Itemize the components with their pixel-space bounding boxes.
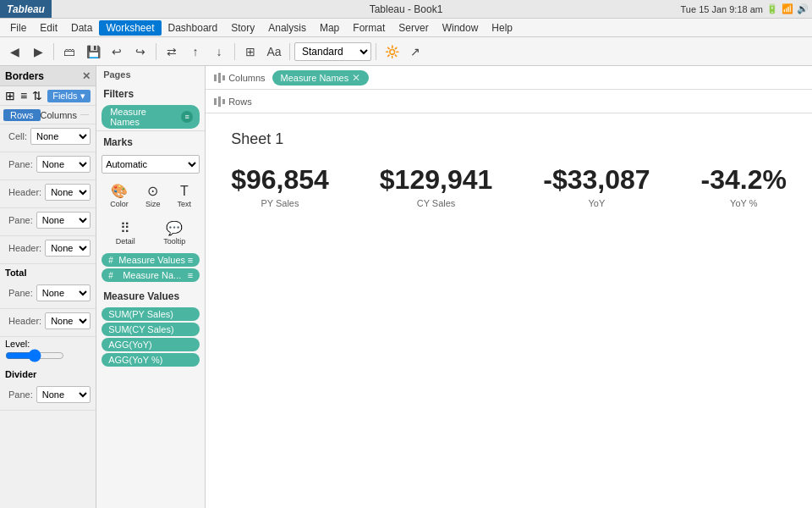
- sep3: [234, 43, 235, 60]
- battery-icon: 🔋: [766, 3, 778, 14]
- swap-btn[interactable]: ⇄: [161, 41, 183, 63]
- header-row-2: Header: None: [5, 240, 91, 257]
- cy-sales-value: $129,941: [380, 165, 492, 195]
- columns-label: Columns: [211, 73, 268, 83]
- pages-title: Pages: [103, 69, 130, 80]
- column-chip-close[interactable]: ✕: [352, 72, 360, 84]
- total-header-label: Header:: [5, 316, 41, 326]
- color-icon: 🎨: [111, 183, 128, 199]
- sort-desc-btn[interactable]: ↓: [208, 41, 230, 63]
- menu-format[interactable]: Format: [346, 20, 392, 36]
- columns-shelf: Columns Measure Names ✕: [206, 66, 812, 90]
- measure-names-field-icon: #: [108, 271, 113, 280]
- header-select-2[interactable]: None: [45, 240, 91, 257]
- marks-icons-row2: ⠿ Detail 💬 Tooltip: [96, 214, 205, 251]
- fit-btn[interactable]: ⊞: [239, 41, 261, 63]
- detail-label: Detail: [116, 237, 135, 246]
- cols-tab[interactable]: Columns: [41, 110, 77, 120]
- header-label-2: Header:: [5, 243, 41, 253]
- wifi-icon: 📶: [782, 3, 793, 14]
- borders-panel-header: Borders ✕: [0, 66, 96, 86]
- measure-values-title: Measure Values: [96, 285, 205, 306]
- mv-chip-py-sales[interactable]: SUM(PY Sales): [102, 307, 200, 321]
- system-tray: Tue 15 Jan 9:18 am 🔋 📶 🔊: [681, 3, 812, 14]
- menu-data[interactable]: Data: [64, 20, 99, 36]
- total-pane-select[interactable]: None: [36, 284, 91, 301]
- menu-server[interactable]: Server: [392, 20, 435, 36]
- cy-sales-label: CY Sales: [380, 198, 492, 208]
- share-btn[interactable]: ↗: [404, 41, 426, 63]
- marks-type-select[interactable]: Automatic Bar Line Area Circle Square Sh…: [102, 155, 200, 174]
- new-datasource-btn[interactable]: 🗃: [58, 41, 80, 63]
- mv-chip-cy-sales[interactable]: SUM(CY Sales): [102, 323, 200, 336]
- total-header-row: Header: None: [5, 312, 91, 329]
- view-select[interactable]: Standard Fit Width Fit Height Entire Vie…: [294, 42, 371, 61]
- measure-names-chip-icon: ≡: [188, 270, 193, 280]
- menu-file[interactable]: File: [3, 20, 33, 36]
- total-pane-row: Pane: None: [5, 284, 91, 301]
- total-label: Total: [0, 264, 96, 281]
- menu-worksheet[interactable]: Worksheet: [99, 20, 161, 36]
- menu-analysis[interactable]: Analysis: [261, 20, 313, 36]
- view-icon: ⊞: [5, 89, 15, 102]
- divider-pane-select[interactable]: None: [36, 386, 91, 403]
- menu-map[interactable]: Map: [313, 20, 346, 36]
- menu-story[interactable]: Story: [224, 20, 261, 36]
- size-icon: ⊙: [147, 183, 158, 199]
- highlight-btn[interactable]: 🔆: [381, 41, 403, 63]
- rows-bar-1: [214, 98, 217, 105]
- redo-btn[interactable]: ↪: [129, 41, 151, 63]
- main-layout: Borders ✕ ⊞ ≡ ⇅ Fields ▾ Rows Columns Ce…: [0, 66, 812, 508]
- sort-asc-btn[interactable]: ↑: [184, 41, 206, 63]
- mv-chip-yoy[interactable]: AGG(YoY): [102, 338, 200, 351]
- text-btn[interactable]: T Text: [173, 181, 196, 211]
- tooltip-btn[interactable]: 💬 Tooltip: [159, 218, 189, 248]
- marks-field-measure-names[interactable]: # Measure Na... ≡: [102, 268, 200, 282]
- sort-icon: ⇅: [32, 89, 42, 102]
- pane-select-1[interactable]: None: [36, 156, 91, 173]
- size-btn[interactable]: ⊙ Size: [141, 180, 165, 211]
- rows-tab[interactable]: Rows: [3, 109, 41, 121]
- save-btn[interactable]: 💾: [82, 41, 104, 63]
- marks-title: Marks: [96, 131, 205, 152]
- marks-field-measure-values[interactable]: # Measure Values ≡: [102, 253, 200, 267]
- detail-btn[interactable]: ⠿ Detail: [112, 218, 140, 248]
- menu-window[interactable]: Window: [436, 20, 486, 36]
- list-icon: ≡: [20, 89, 27, 102]
- menu-edit[interactable]: Edit: [33, 20, 64, 36]
- borders-close-btn[interactable]: ✕: [82, 70, 91, 82]
- mv-cy-sales-label: SUM(CY Sales): [108, 324, 173, 334]
- tooltip-label: Tooltip: [163, 237, 185, 246]
- forward-btn[interactable]: ▶: [27, 41, 49, 63]
- color-btn[interactable]: 🎨 Color: [106, 180, 133, 211]
- fields-btn[interactable]: Fields ▾: [47, 90, 90, 102]
- pane-select-2[interactable]: None: [36, 212, 91, 229]
- sep1: [53, 43, 54, 60]
- filter-chip-icon: ≡: [181, 111, 193, 123]
- total-header-select[interactable]: None: [45, 312, 91, 329]
- mv-chip-yoy-pct[interactable]: AGG(YoY %): [102, 353, 200, 367]
- mv-yoy-label: AGG(YoY): [108, 340, 152, 350]
- menu-dashboard[interactable]: Dashboard: [162, 20, 225, 36]
- menu-help[interactable]: Help: [485, 20, 519, 36]
- label-btn[interactable]: Aa: [263, 41, 285, 63]
- level-slider[interactable]: [5, 349, 64, 362]
- header-select-1[interactable]: None: [45, 184, 91, 201]
- marks-section: Marks Automatic Bar Line Area Circle Squ…: [96, 130, 205, 284]
- column-chip-measure-names[interactable]: Measure Names ✕: [272, 70, 370, 86]
- pane-section-1: Pane: None: [0, 152, 96, 180]
- total-header-section: Header: None: [0, 309, 96, 337]
- tab-divider: [80, 114, 89, 115]
- back-btn[interactable]: ◀: [3, 41, 25, 63]
- shelf-bar-3: [222, 75, 225, 80]
- detail-icon: ⠿: [120, 220, 130, 236]
- filters-section: Filters Measure Names ≡: [96, 83, 205, 130]
- level-row: Level:: [0, 337, 96, 366]
- undo-btn[interactable]: ↩: [106, 41, 128, 63]
- filter-chip-label: Measure Names: [110, 107, 178, 127]
- metrics-row: $96,854 PY Sales $129,941 CY Sales -$33,…: [231, 165, 787, 208]
- size-label: Size: [145, 200, 161, 208]
- pane-section-2: Pane: None: [0, 208, 96, 236]
- filter-chip-measure-names[interactable]: Measure Names ≡: [102, 105, 200, 129]
- cell-select[interactable]: None: [30, 128, 91, 145]
